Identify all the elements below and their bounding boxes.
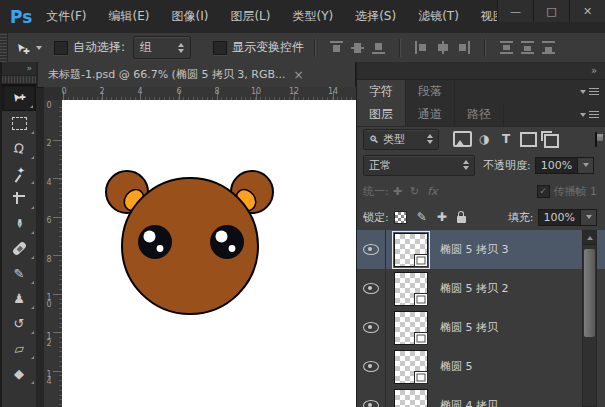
menu-edit[interactable]: 编辑(E) bbox=[109, 8, 150, 25]
eraser-tool[interactable]: ▱ bbox=[2, 336, 36, 361]
filter-pixel-layers-icon[interactable] bbox=[451, 131, 473, 147]
align-top-edges-icon[interactable] bbox=[330, 41, 343, 54]
move-tool[interactable]: ➤✚ bbox=[2, 84, 36, 111]
layer-row[interactable]: 椭圆 5 bbox=[357, 347, 605, 387]
panel-menu-icon[interactable] bbox=[580, 80, 605, 103]
layer-thumbnail[interactable] bbox=[394, 389, 428, 407]
ruler-tick: 8 bbox=[210, 87, 224, 96]
visibility-cell[interactable] bbox=[357, 347, 386, 386]
layers-scrollbar[interactable] bbox=[582, 230, 597, 407]
quick-selection-tool[interactable]: ✦ bbox=[2, 161, 36, 186]
clone-stamp-tool[interactable]: ♟ bbox=[2, 286, 36, 311]
tab-paragraph[interactable]: 段落 bbox=[406, 80, 455, 103]
layer-name[interactable]: 椭圆 5 拷贝 bbox=[440, 320, 498, 335]
unify-fx-icon[interactable]: fx bbox=[427, 185, 437, 198]
menu-file[interactable]: 文件(F) bbox=[46, 8, 86, 25]
tab-paths[interactable]: 路径 bbox=[455, 103, 504, 126]
auto-select-dropdown[interactable]: 组 bbox=[133, 36, 191, 59]
dock-collapse-icon[interactable]: » bbox=[357, 62, 605, 80]
align-vertical-centers-icon[interactable] bbox=[351, 41, 364, 54]
filter-shape-layers-icon[interactable] bbox=[517, 132, 539, 147]
layer-thumbnail[interactable] bbox=[394, 233, 428, 267]
close-button[interactable]: ✕ bbox=[569, 0, 605, 22]
filter-kind-dropdown[interactable]: 🔍︎类型 bbox=[363, 129, 439, 150]
minimize-button[interactable]: — bbox=[497, 0, 533, 22]
layer-thumbnail[interactable] bbox=[394, 272, 428, 306]
history-brush-tool[interactable]: ↺ bbox=[2, 311, 36, 336]
panel-menu-icon[interactable] bbox=[580, 103, 605, 126]
unify-visibility-icon[interactable]: ↻ bbox=[410, 185, 419, 198]
eyedropper-tool[interactable]: ✒ bbox=[2, 211, 36, 236]
layer-row[interactable]: 椭圆 5 拷贝 bbox=[357, 308, 605, 348]
show-transform-checkbox[interactable] bbox=[213, 41, 227, 55]
visibility-cell[interactable] bbox=[357, 308, 386, 347]
toolbar-collapse-icon[interactable]: » bbox=[2, 62, 36, 76]
align-left-edges-icon[interactable] bbox=[415, 41, 428, 54]
filter-adjustment-layers-icon[interactable]: ◑ bbox=[473, 132, 495, 146]
align-horizontal-centers-icon[interactable] bbox=[436, 41, 449, 54]
eye-icon[interactable] bbox=[363, 283, 379, 294]
opacity-caret-icon[interactable] bbox=[578, 157, 594, 174]
crop-tool[interactable] bbox=[2, 186, 36, 211]
scroll-up-icon[interactable] bbox=[583, 231, 596, 245]
fill-input[interactable]: 100% bbox=[538, 209, 597, 226]
horizontal-ruler[interactable]: 0 2 4 6 8 10 12 14 bbox=[62, 87, 356, 101]
layer-name[interactable]: 椭圆 4 拷贝 bbox=[440, 398, 498, 407]
menu-layer[interactable]: 图层(L) bbox=[230, 8, 270, 25]
layer-thumbnail[interactable] bbox=[394, 311, 428, 345]
maximize-button[interactable]: □ bbox=[533, 0, 569, 22]
document-tab[interactable]: 未标题-1.psd @ 66.7% (椭圆 5 拷贝 3, RGB... × bbox=[38, 62, 356, 87]
lock-position-icon[interactable]: ✚ bbox=[437, 210, 447, 224]
distribute-top-edges-icon[interactable] bbox=[500, 41, 513, 54]
fill-caret-icon[interactable] bbox=[581, 209, 597, 226]
lasso-tool[interactable]: Ω bbox=[2, 136, 36, 161]
eye-icon[interactable] bbox=[363, 244, 379, 255]
options-grip[interactable] bbox=[0, 33, 8, 62]
layer-thumbnail[interactable] bbox=[394, 350, 428, 384]
paint-bucket-tool[interactable]: ◆ bbox=[2, 361, 36, 386]
lock-all-icon[interactable] bbox=[457, 212, 466, 223]
distribute-vertical-centers-icon[interactable] bbox=[521, 41, 534, 54]
layer-row[interactable]: 椭圆 5 拷贝 3 bbox=[357, 230, 605, 270]
layer-name[interactable]: 椭圆 5 拷贝 2 bbox=[440, 281, 509, 296]
spot-healing-brush-tool[interactable] bbox=[2, 236, 36, 261]
menu-type[interactable]: 类型(Y) bbox=[292, 8, 333, 25]
lock-transparency-icon[interactable] bbox=[394, 211, 407, 224]
scrollbar-thumb[interactable] bbox=[584, 249, 595, 337]
filter-toggle-icon[interactable] bbox=[595, 133, 597, 146]
menu-filter[interactable]: 滤镜(T) bbox=[418, 8, 459, 25]
eye-icon[interactable] bbox=[363, 400, 379, 407]
rectangular-marquee-tool[interactable] bbox=[2, 111, 36, 136]
visibility-cell[interactable] bbox=[357, 386, 386, 407]
propagate-checkbox[interactable]: ✓ bbox=[537, 185, 550, 198]
layer-row[interactable]: 椭圆 5 拷贝 2 bbox=[357, 269, 605, 309]
auto-select-checkbox[interactable] bbox=[54, 41, 68, 55]
canvas[interactable] bbox=[62, 100, 356, 407]
layer-name[interactable]: 椭圆 5 bbox=[440, 359, 473, 374]
blend-mode-dropdown[interactable]: 正常 bbox=[363, 155, 475, 176]
eye-icon[interactable] bbox=[363, 322, 379, 333]
layer-name[interactable]: 椭圆 5 拷贝 3 bbox=[440, 242, 509, 257]
align-right-edges-icon[interactable] bbox=[457, 41, 470, 54]
visibility-cell[interactable] bbox=[357, 230, 386, 269]
filter-smart-object-icon[interactable] bbox=[539, 131, 561, 148]
tab-channels[interactable]: 通道 bbox=[406, 103, 455, 126]
filter-type-layers-icon[interactable]: T bbox=[495, 132, 517, 146]
align-bottom-edges-icon[interactable] bbox=[372, 41, 385, 54]
visibility-cell[interactable] bbox=[357, 269, 386, 308]
tool-preset-caret-icon[interactable] bbox=[36, 46, 42, 50]
menu-image[interactable]: 图像(I) bbox=[172, 8, 209, 25]
eye-icon[interactable] bbox=[363, 361, 379, 372]
lock-pixels-icon[interactable]: ✎ bbox=[417, 210, 427, 224]
distribute-bottom-edges-icon[interactable] bbox=[542, 41, 555, 54]
menu-select[interactable]: 选择(S) bbox=[355, 8, 396, 25]
brush-tool[interactable]: ✎ bbox=[2, 261, 36, 286]
vertical-ruler[interactable]: 0 2 4 6 8 10 12 14 bbox=[44, 100, 63, 407]
tab-character[interactable]: 字符 bbox=[357, 80, 406, 103]
tab-close-icon[interactable]: × bbox=[294, 68, 304, 82]
toolbar-grip[interactable] bbox=[2, 76, 36, 84]
opacity-input[interactable]: 100% bbox=[535, 157, 594, 174]
layer-row[interactable]: 椭圆 4 拷贝 bbox=[357, 386, 605, 407]
tab-layers[interactable]: 图层 bbox=[357, 103, 406, 126]
unify-position-icon[interactable]: ✚ bbox=[393, 185, 402, 198]
